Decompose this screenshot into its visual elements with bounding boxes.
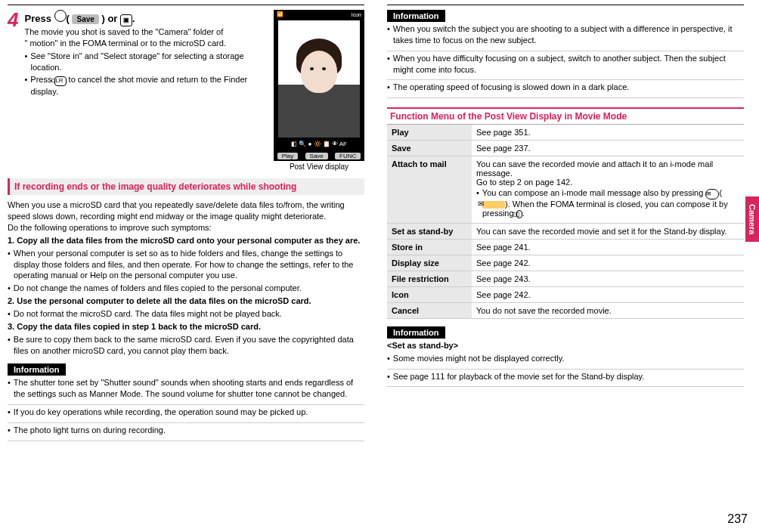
save-pill-icon: Save bbox=[72, 14, 98, 24]
info3-b1: Some movies might not be displayed corre… bbox=[387, 353, 744, 364]
fm-filerest-label: File restriction bbox=[387, 271, 472, 286]
table-row: CancelYou do not save the recorded movie… bbox=[387, 302, 744, 318]
step-4: 4 Press ( Save ) or ▣. The movie you sho… bbox=[8, 10, 274, 99]
table-row: Display sizeSee page 242. bbox=[387, 255, 744, 271]
softkey-play: Play bbox=[277, 153, 299, 159]
info2-b3: The operating speed of focusing is slowe… bbox=[387, 82, 744, 93]
left-column: 📶Icon ◧ 🔍 ● 🔆 📋 👁 AF Play Save FUNC Post… bbox=[0, 0, 372, 532]
function-menu-title: Function Menu of the Post View Display i… bbox=[387, 107, 744, 125]
step-bullet-2: Press CLR to cancel the shot movie and r… bbox=[24, 74, 274, 97]
sec1-h2: 2. Use the personal computer to delete a… bbox=[8, 295, 364, 307]
fm-icon-label: Icon bbox=[387, 286, 472, 302]
softkey-func: FUNC bbox=[335, 153, 361, 159]
clr-key-icon: CLR bbox=[54, 76, 67, 86]
fm-dispsize-value: See page 242. bbox=[472, 255, 744, 271]
info1-b3: The photo light turns on during recordin… bbox=[8, 425, 364, 436]
step-number: 4 bbox=[8, 10, 18, 29]
select-button-icon bbox=[54, 10, 67, 22]
fm-attach-value: You can save the recorded movie and atta… bbox=[472, 156, 744, 224]
table-row: Set as stand-byYou can save the recorded… bbox=[387, 223, 744, 239]
sec1-p1: When you use a microSD card that you rep… bbox=[8, 200, 364, 222]
table-row: IconSee page 242. bbox=[387, 286, 744, 302]
info1-b1: The shutter tone set by "Shutter sound" … bbox=[8, 377, 364, 400]
table-row: SaveSee page 237. bbox=[387, 141, 744, 156]
side-tab-camera: Camera bbox=[745, 196, 759, 242]
top-rule bbox=[8, 5, 364, 5]
info3-b2: See page 111 for playback of the movie s… bbox=[387, 371, 744, 382]
fm-save-label: Save bbox=[387, 141, 472, 156]
post-view-caption: Post View display bbox=[274, 162, 364, 171]
fm-standby-value: You can save the recorded movie and set … bbox=[472, 223, 744, 239]
table-row: File restrictionSee page 243. bbox=[387, 271, 744, 286]
fm-play-value: See page 351. bbox=[472, 125, 744, 141]
info3-header: Information bbox=[387, 326, 445, 339]
sec1-p2: Do the following operations to improve s… bbox=[8, 222, 364, 234]
step-desc: The movie you shot is saved to the "Came… bbox=[24, 26, 274, 49]
phone-screen: 📶Icon ◧ 🔍 ● 🔆 📋 👁 AF Play Save FUNC bbox=[274, 10, 364, 161]
softkey-save: Save bbox=[305, 153, 328, 159]
post-view-figure: 📶Icon ◧ 🔍 ● 🔆 📋 👁 AF Play Save FUNC Post… bbox=[274, 10, 364, 171]
fm-filerest-value: See page 243. bbox=[472, 271, 744, 286]
table-row: PlaySee page 351. bbox=[387, 125, 744, 141]
sec1-b1a: When your personal computer is set so as… bbox=[8, 248, 364, 282]
fm-save-value: See page 237. bbox=[472, 141, 744, 156]
info1-b2: If you do key operations while recording… bbox=[8, 407, 364, 418]
info2-b2: When you have difficulty focusing on a s… bbox=[387, 53, 744, 76]
phone-icon-label: Icon bbox=[352, 12, 361, 17]
info1-header: Information bbox=[8, 363, 66, 376]
mail-pill-icon bbox=[482, 201, 505, 209]
fm-cancel-label: Cancel bbox=[387, 302, 472, 318]
step-bullet-1: See "Store in" and "Select storage" for … bbox=[24, 51, 274, 73]
fm-play-label: Play bbox=[387, 125, 472, 141]
info2-b1: When you switch the subject you are shoo… bbox=[387, 23, 744, 46]
sec1-h1: 1. Copy all the data files from the micr… bbox=[8, 235, 364, 246]
fm-store-label: Store in bbox=[387, 239, 472, 255]
sec1-h3: 3. Copy the data files copied in step 1 … bbox=[8, 321, 364, 332]
fm-cancel-value: You do not save the recorded movie. bbox=[472, 302, 744, 318]
mail-key-icon: ✉ bbox=[705, 189, 719, 200]
fm-icon-value: See page 242. bbox=[472, 286, 744, 302]
side-key-icon: ▯▯ bbox=[516, 210, 522, 218]
function-menu-table: PlaySee page 351. SaveSee page 237. Atta… bbox=[387, 125, 744, 319]
fm-store-value: See page 241. bbox=[472, 239, 744, 255]
sec1-b2a: Do not format the microSD card. The data… bbox=[8, 308, 364, 320]
fm-dispsize-label: Display size bbox=[387, 255, 472, 271]
fm-attach-label: Attach to mail bbox=[387, 156, 472, 224]
sec1-b3a: Be sure to copy them back to the same mi… bbox=[8, 334, 364, 357]
sec1-b1b: Do not change the names of folders and f… bbox=[8, 283, 364, 294]
info2-header: Information bbox=[387, 10, 445, 22]
info3-subhead: <Set as stand-by> bbox=[387, 340, 744, 351]
step-heading: Press ( Save ) or ▣. bbox=[24, 10, 274, 26]
fm-standby-label: Set as stand-by bbox=[387, 223, 472, 239]
table-row: Store inSee page 241. bbox=[387, 239, 744, 255]
page-number: 237 bbox=[727, 512, 748, 526]
section-recording-quality: If recording ends or the image quality d… bbox=[8, 178, 364, 195]
enter-key-icon: ▣ bbox=[120, 14, 132, 26]
right-column: Information When you switch the subject … bbox=[372, 0, 759, 532]
top-rule-right bbox=[387, 5, 744, 5]
table-row: Attach to mail You can save the recorded… bbox=[387, 156, 744, 224]
